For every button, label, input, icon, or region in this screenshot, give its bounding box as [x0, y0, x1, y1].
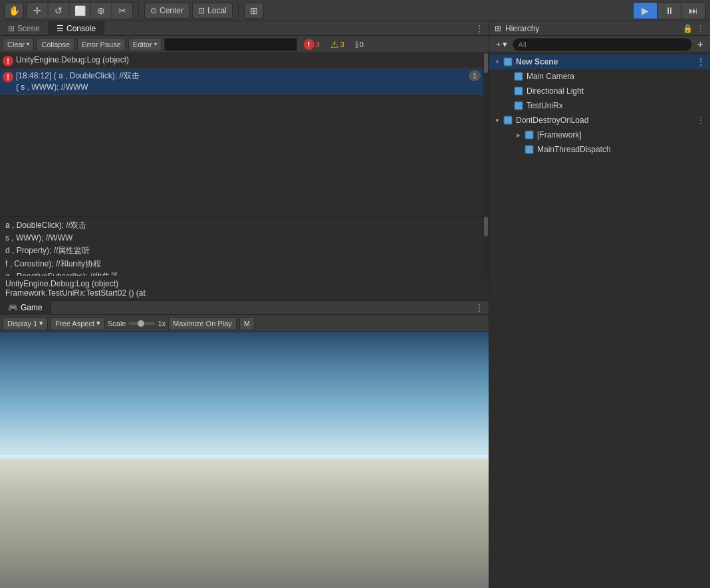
test-unirx-icon — [513, 100, 524, 111]
main-thread-icon — [524, 144, 534, 155]
sky-layer — [0, 332, 489, 473]
game-panel: 🎮 Game ⋮ Display 1 ▾ Free Aspect ▾ Scale — [0, 300, 489, 588]
dont-destroy-collapse[interactable]: ▼ — [492, 115, 503, 126]
svg-rect-3 — [515, 102, 523, 110]
rotate-tool-btn[interactable]: ↺ — [49, 3, 68, 19]
log-entry-debug[interactable]: ! UnityEngine.Debug:Log (object) — [0, 53, 483, 69]
tree-test-unirx[interactable]: TestUniRx — [489, 98, 710, 113]
svg-rect-2 — [515, 87, 523, 95]
log-selected-content: [18:48:12] ( a , DoubleClick); //双击 ( s … — [16, 70, 469, 93]
move-tool-btn[interactable]: ✛ — [27, 3, 47, 19]
pause-button[interactable]: ⏸ — [657, 3, 681, 19]
game-tab-bar: 🎮 Game ⋮ — [0, 300, 489, 315]
clear-dropdown-arrow: ▾ — [27, 41, 29, 47]
add-icon: + — [496, 39, 501, 49]
sep2 — [238, 3, 239, 19]
scene-more-btn[interactable]: ⋮ — [694, 56, 707, 67]
rect-tool-btn[interactable]: ⊕ — [91, 3, 111, 19]
space-btn[interactable]: ⊡ Local — [192, 3, 233, 19]
svg-rect-5 — [525, 131, 533, 139]
tree-main-thread[interactable]: MainThreadDispatch — [489, 142, 710, 157]
scene-collapse-icon[interactable]: ▼ — [492, 56, 503, 67]
aspect-label: Free Aspect — [55, 320, 94, 328]
log-selected-icon: ! — [3, 72, 13, 82]
console-scroll-thumb[interactable] — [484, 53, 488, 73]
space-label: Local — [207, 6, 227, 15]
tree-framework[interactable]: ▶ [Framework] — [489, 128, 710, 142]
maximize-btn[interactable]: Maximize On Play — [168, 317, 237, 330]
detail-line-1: a , DoubleClick); //双击 — [5, 219, 478, 232]
clear-label: Clear — [7, 41, 25, 49]
log-text-line1: ( a , DoubleClick); //双击 — [54, 71, 140, 80]
console-scrollbar[interactable] — [483, 53, 489, 216]
game-tab-more[interactable]: ⋮ — [470, 303, 489, 312]
scene-tab-label: Scene — [17, 24, 40, 33]
scale-slider[interactable] — [128, 322, 155, 325]
hierarchy-tree: ▼ New Scene ⋮ Main Camera — [489, 53, 710, 588]
hierarchy-add-btn[interactable]: + ▾ — [493, 38, 510, 51]
game-toolbar: Display 1 ▾ Free Aspect ▾ Scale 1x Maxim… — [0, 315, 489, 332]
detail-line-5: g , ReactiveSubscribe); //收集器 — [5, 270, 478, 276]
error-count-label: 3 — [316, 41, 320, 49]
main-camera-expand — [503, 71, 513, 82]
tab-scene[interactable]: ⊞ Scene — [0, 21, 49, 36]
mute-btn[interactable]: M — [239, 317, 255, 330]
framework-expand[interactable]: ▶ — [513, 130, 524, 140]
editor-btn[interactable]: Editor ▾ — [128, 38, 162, 51]
tree-new-scene[interactable]: ▼ New Scene ⋮ — [489, 54, 710, 69]
hierarchy-header: ⊞ Hierarchy 🔒 ⋮ — [489, 21, 710, 36]
main-toolbar: ✋ ✛ ↺ ⬜ ⊕ ✂ ⊙ Center ⊡ Local ⊞ ▶ ⏸ ⏭ — [0, 0, 710, 21]
game-icon: 🎮 — [8, 303, 18, 312]
dont-destroy-more[interactable]: ⋮ — [694, 115, 707, 126]
editor-dropdown-arrow: ▾ — [154, 41, 157, 47]
scale-value: 1x — [158, 320, 166, 328]
transform-tool-btn[interactable]: ✂ — [112, 3, 132, 19]
dont-destroy-icon — [503, 115, 513, 126]
tree-directional-light[interactable]: Directional Light — [489, 84, 710, 98]
framework-label: [Framework] — [537, 130, 707, 140]
horizon-layer — [0, 455, 489, 460]
warn-icon: ⚠ — [330, 39, 339, 50]
main-layout: ⊞ Scene ☰ Console ⋮ Clear ▾ Collapse — [0, 21, 710, 588]
clear-btn[interactable]: Clear ▾ — [3, 38, 34, 51]
scene-name: New Scene — [516, 57, 694, 66]
aspect-btn[interactable]: Free Aspect ▾ — [51, 317, 105, 330]
tab-more-btn[interactable]: ⋮ — [470, 24, 489, 33]
detail-scrollbar[interactable] — [483, 217, 489, 276]
info-icon: ℹ — [355, 39, 358, 50]
scale-thumb — [138, 320, 144, 327]
detail-line-3: d , Property); //属性监听 — [5, 245, 478, 257]
collapse-label: Collapse — [41, 41, 70, 49]
error-icon: ! — [304, 39, 314, 50]
pivot-btn[interactable]: ⊙ Center — [144, 3, 189, 19]
console-tab-label: Console — [66, 24, 96, 33]
detail-scroll-thumb[interactable] — [484, 217, 488, 237]
console-search-input[interactable] — [164, 38, 297, 51]
collapse-btn[interactable]: Collapse — [37, 38, 74, 51]
hierarchy-top-plus[interactable]: + — [695, 39, 706, 50]
hierarchy-lock-btn[interactable]: 🔒 — [683, 24, 693, 33]
scale-control: Scale 1x — [108, 320, 166, 328]
play-button[interactable]: ▶ — [634, 3, 657, 19]
log-entry-selected[interactable]: ! [18:48:12] ( a , DoubleClick); //双击 ( … — [0, 69, 483, 95]
console-toolbar: Clear ▾ Collapse Error Pause Editor ▾ ! … — [0, 36, 489, 53]
grid-btn[interactable]: ⊞ — [244, 3, 264, 19]
tree-dont-destroy[interactable]: ▼ DontDestroyOnLoad ⋮ — [489, 113, 710, 128]
step-button[interactable]: ⏭ — [681, 3, 705, 19]
hierarchy-search-input[interactable] — [513, 38, 692, 51]
tab-game[interactable]: 🎮 Game — [0, 300, 51, 315]
tab-console[interactable]: ☰ Console — [49, 21, 104, 36]
log-entry-debug-text: UnityEngine.Debug:Log (object) — [16, 54, 481, 66]
tree-main-camera[interactable]: Main Camera — [489, 69, 710, 84]
log-selected-line2: ( s , WWW); //WWW — [16, 82, 469, 93]
scene-icon: ⊞ — [8, 24, 15, 33]
console-icon: ☰ — [57, 24, 64, 33]
directional-light-label: Directional Light — [527, 86, 707, 96]
hand-tool-btn[interactable]: ✋ — [4, 3, 24, 19]
hierarchy-more-btn[interactable]: ⋮ — [697, 24, 705, 33]
display-btn[interactable]: Display 1 ▾ — [3, 317, 48, 330]
scene-icon — [503, 56, 513, 67]
dont-destroy-label: DontDestroyOnLoad — [516, 116, 694, 125]
error-pause-btn[interactable]: Error Pause — [77, 38, 126, 51]
scale-tool-btn[interactable]: ⬜ — [70, 3, 90, 19]
